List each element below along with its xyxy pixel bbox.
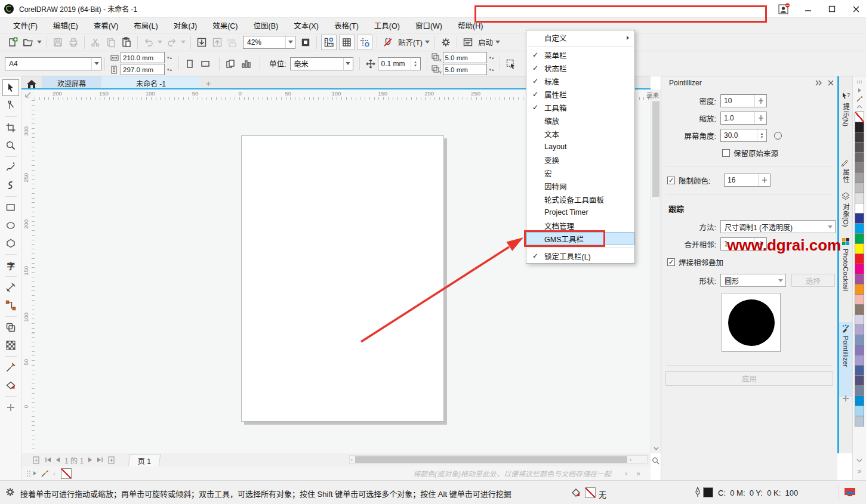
chevron-down-icon[interactable] <box>776 279 785 282</box>
minimize-button[interactable] <box>802 2 815 16</box>
context-menu-item-gms-[interactable]: GMS工具栏 <box>526 232 634 245</box>
new-document-icon[interactable] <box>5 35 20 50</box>
launch-label[interactable]: 启动 <box>478 36 493 48</box>
chevron-down-icon[interactable] <box>343 58 353 70</box>
context-menu-item--[interactable]: 文本 <box>526 127 634 140</box>
context-menu-item--[interactable]: 宏 <box>526 166 634 180</box>
color-swatch[interactable] <box>855 355 864 366</box>
duplicate-y-field[interactable]: 5.0 mm <box>443 64 487 75</box>
select-shape-button[interactable]: 选择 <box>791 274 835 287</box>
color-swatch[interactable] <box>855 233 864 244</box>
palette-scroll-up-icon[interactable] <box>853 103 866 111</box>
connector-tool-icon[interactable] <box>2 297 19 314</box>
horizontal-scrollbar[interactable]: ‹ › <box>349 455 648 464</box>
palette-flyout-icon[interactable] <box>853 86 866 94</box>
scroll-right-icon[interactable]: › <box>625 469 627 478</box>
color-swatch[interactable] <box>855 162 864 173</box>
chevron-down-icon[interactable] <box>425 41 430 44</box>
add-page-end-icon[interactable] <box>107 456 115 464</box>
chevron-down-icon[interactable] <box>158 41 162 44</box>
context-menu-item--[interactable]: 自定义 <box>526 31 634 44</box>
context-menu-item--[interactable]: 轮式设备工具面板 <box>526 193 634 206</box>
menubar-item[interactable]: 位图(B) <box>246 18 286 33</box>
color-swatch[interactable] <box>855 142 864 153</box>
marquee-select-button[interactable] <box>504 55 518 72</box>
export-icon[interactable] <box>209 35 225 50</box>
duplicate-x-field[interactable]: 5.0 mm <box>443 52 487 63</box>
color-swatch[interactable] <box>855 294 864 305</box>
color-swatch[interactable] <box>855 375 864 386</box>
zoom-tool-icon[interactable] <box>2 137 19 154</box>
color-swatch[interactable] <box>855 243 864 254</box>
scroll-left-icon[interactable]: ‹ <box>351 457 353 463</box>
show-guidelines-icon[interactable] <box>357 35 372 50</box>
color-swatch[interactable] <box>855 264 864 274</box>
color-proof-icon[interactable] <box>843 487 856 498</box>
import-icon[interactable] <box>194 35 209 50</box>
first-page-icon[interactable] <box>45 457 51 463</box>
scroll-right-icon[interactable]: › <box>630 457 631 463</box>
current-page-button[interactable] <box>239 55 253 72</box>
limit-colors-field[interactable]: 16 <box>724 174 771 187</box>
apply-button[interactable]: 应用 <box>665 371 833 386</box>
pdf-icon[interactable]: PDF <box>225 35 241 50</box>
color-eyedropper-tool-icon[interactable] <box>2 359 19 376</box>
context-menu-item--l-[interactable]: ✓锁定工具栏(L) <box>526 249 634 262</box>
artistic-media-tool-icon[interactable] <box>2 177 19 194</box>
menubar-item[interactable]: 文本(X) <box>286 18 326 33</box>
docker-tab-pointillizer[interactable]: Pointillizer <box>839 322 852 397</box>
menubar-item[interactable]: 布局(L) <box>127 18 165 33</box>
no-color-swatch[interactable] <box>855 112 864 122</box>
spinner[interactable]: ▲▼ <box>411 58 420 70</box>
context-menu-item-project-timer[interactable]: Project Timer <box>526 206 634 219</box>
palette-eyedropper-icon[interactable] <box>853 94 866 103</box>
units-combo[interactable]: 毫米 <box>290 57 353 70</box>
menubar-item[interactable]: 效果(C) <box>205 18 245 33</box>
show-rulers-icon[interactable] <box>321 35 337 50</box>
context-menu-item--[interactable]: 文档管理 <box>526 219 634 232</box>
portrait-button[interactable] <box>183 55 197 72</box>
color-swatch[interactable] <box>855 385 864 396</box>
color-swatch[interactable] <box>855 132 864 143</box>
context-menu-item--[interactable]: 变换 <box>526 153 634 166</box>
zoom-level-combo[interactable]: 42% <box>243 36 295 49</box>
menubar-item[interactable]: 编辑(E) <box>46 18 85 33</box>
color-swatch[interactable] <box>855 274 864 285</box>
menubar-item[interactable]: 窗口(W) <box>408 18 449 33</box>
menubar-item[interactable]: 文件(F) <box>6 18 45 33</box>
context-menu-item--[interactable]: 因特网 <box>526 180 634 193</box>
color-swatch[interactable] <box>855 152 864 163</box>
scale-field[interactable]: 1.0 <box>720 112 767 125</box>
scrollbar-thumb[interactable] <box>355 456 627 463</box>
method-dropdown[interactable]: 尺寸调制1 (不透明度) <box>720 220 836 233</box>
chevron-down-icon[interactable] <box>495 41 500 44</box>
scrubber[interactable] <box>754 95 766 107</box>
page-tab[interactable]: 页 1 <box>128 454 161 466</box>
print-icon[interactable] <box>66 35 81 50</box>
color-swatch[interactable] <box>855 406 864 416</box>
keep-source-checkbox[interactable] <box>722 149 730 157</box>
color-swatch[interactable] <box>855 253 864 264</box>
zoom-fit-icon[interactable] <box>651 456 661 466</box>
menubar-item[interactable]: 表格(T) <box>327 18 366 33</box>
ruler-origin-icon[interactable] <box>21 89 35 100</box>
scroll-left-icon[interactable]: ‹ <box>53 470 56 477</box>
smart-fill-tool-icon[interactable] <box>2 377 19 394</box>
docker-tab--o-[interactable]: 对象(O) <box>839 190 852 229</box>
no-color-swatch[interactable] <box>61 468 72 479</box>
angle-dial-icon[interactable] <box>774 132 782 140</box>
text-tool-icon[interactable]: 字 <box>2 257 19 274</box>
flyout-arrow-icon[interactable] <box>33 471 37 476</box>
rectangle-tool-icon[interactable] <box>2 199 19 216</box>
menubar-item[interactable]: 查看(V) <box>87 18 126 33</box>
color-swatch[interactable] <box>855 304 864 315</box>
nudge-field[interactable]: 0.1 mm ▲▼ <box>378 57 421 70</box>
docker-tab--n-[interactable]: ?提示(N) <box>839 89 852 128</box>
menubar-item[interactable]: 工具(O) <box>367 18 407 33</box>
docker-collapse-icon[interactable] <box>815 80 822 86</box>
vertical-ruler[interactable]: 300250200150100500 <box>21 100 35 453</box>
open-folder-icon[interactable] <box>20 35 36 50</box>
color-swatch[interactable] <box>855 324 864 335</box>
chevron-down-icon[interactable] <box>181 41 186 44</box>
chevron-down-icon[interactable] <box>91 58 101 70</box>
